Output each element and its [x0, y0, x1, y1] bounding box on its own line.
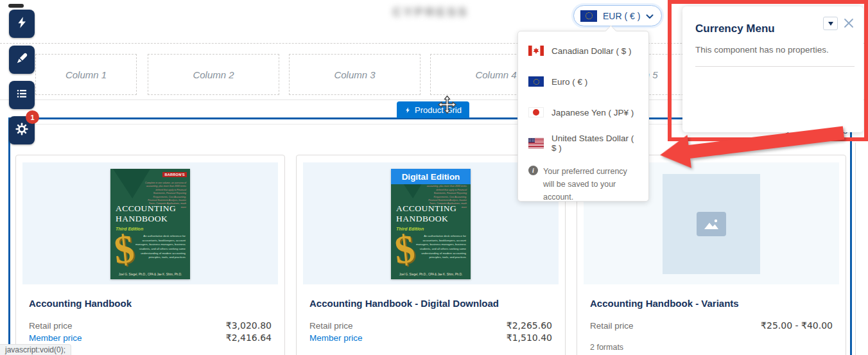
- product-card[interactable]: BARRON'S Complete in one volume, an over…: [15, 155, 285, 355]
- properties-panel: Currency Menu This component has no prop…: [682, 6, 864, 132]
- menu-item-jpy[interactable]: Japanese Yen ( JP¥ ): [518, 97, 648, 128]
- page-builder-canvas: 1 CYPRESS EUR ( € ) Column 1 Column 2 Co…: [0, 0, 868, 355]
- retail-price-row: Retail price ₹2,265.60: [309, 320, 552, 331]
- member-price-row: Member price ₹2,416.64: [29, 333, 272, 343]
- browser-status-bar: javascript:void(0);: [0, 344, 71, 355]
- column-placeholder-2[interactable]: Column 2: [148, 54, 279, 95]
- product-title: Accounting Handbook - Variants: [590, 298, 739, 309]
- product-image-area: BARRON'S Complete in one volume, an over…: [22, 162, 278, 284]
- eu-flag-icon: [580, 10, 597, 22]
- eu-flag-icon: [528, 76, 544, 87]
- panel-body-text: This component has no properties.: [695, 45, 829, 55]
- retail-price-row: Retail price ₹3,020.80: [29, 320, 272, 331]
- member-price-link[interactable]: Member price: [309, 333, 363, 343]
- sidebar-button-settings[interactable]: 1: [9, 116, 35, 144]
- currency-selector-button[interactable]: EUR ( € ): [573, 5, 662, 26]
- currency-note: i Your preferred currency will be saved …: [518, 159, 648, 203]
- caret-down-icon: [828, 22, 833, 26]
- bolt-icon: [15, 16, 28, 31]
- image-placeholder: [663, 174, 760, 274]
- panel-dropdown-button[interactable]: [823, 17, 838, 30]
- chevron-down-icon: [646, 10, 654, 22]
- brush-icon: [15, 52, 28, 67]
- menu-item-usd[interactable]: United States Dollar ( $ ): [518, 128, 648, 159]
- canada-flag-icon: [528, 46, 544, 56]
- panel-title: Currency Menu: [695, 22, 775, 35]
- us-flag-icon: [528, 138, 544, 148]
- book-cover-image: Digital Edition Complete in one volume, …: [391, 169, 471, 279]
- info-icon: i: [528, 166, 538, 175]
- column-placeholder-1[interactable]: Column 1: [35, 54, 137, 95]
- column-placeholder-3[interactable]: Column 3: [289, 54, 421, 95]
- image-icon: [697, 212, 726, 236]
- gear-icon: [15, 123, 28, 138]
- digital-edition-banner: Digital Edition: [391, 169, 471, 184]
- panel-divider: [695, 66, 855, 67]
- book-cover-image: BARRON'S Complete in one volume, an over…: [110, 169, 190, 279]
- list-icon: [15, 87, 28, 103]
- store-logo: CYPRESS: [390, 4, 471, 21]
- close-icon[interactable]: [842, 17, 855, 30]
- menu-item-eur[interactable]: Euro ( € ): [518, 66, 648, 97]
- scrollbar-track[interactable]: [855, 143, 856, 355]
- move-cursor-icon: [437, 94, 457, 118]
- drag-handle[interactable]: [8, 4, 24, 8]
- sidebar-button-theme[interactable]: [9, 46, 35, 74]
- sidebar-button-components[interactable]: [9, 10, 35, 38]
- sidebar-button-structure[interactable]: [9, 81, 35, 109]
- japan-flag-icon: [528, 107, 544, 117]
- product-title: Accounting Handbook - Digital Download: [309, 298, 499, 309]
- member-price-link[interactable]: Member price: [29, 333, 82, 343]
- menu-item-cad[interactable]: Canadian Dollar ( $ ): [518, 35, 648, 66]
- currency-selector-label: EUR ( € ): [603, 11, 640, 21]
- currency-dropdown-menu: Canadian Dollar ( $ ) Euro ( € ) Japanes…: [517, 31, 649, 202]
- member-price-row: Member price ₹1,510.40: [309, 333, 552, 343]
- product-grid-component-badge[interactable]: Product Grid: [397, 101, 469, 118]
- retail-price-row: Retail price ₹25.00 - ₹40.00: [590, 320, 833, 331]
- bolt-icon: [404, 106, 411, 114]
- notification-badge: 1: [26, 110, 39, 124]
- product-title: Accounting Handbook: [29, 298, 132, 309]
- formats-count: 2 formats: [590, 343, 623, 352]
